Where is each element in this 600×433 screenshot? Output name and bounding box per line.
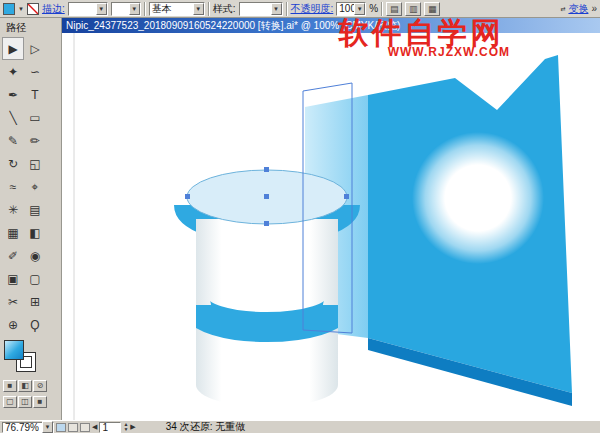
tool-lasso[interactable]: ∽	[24, 60, 46, 83]
tool-icon: ≈	[10, 180, 17, 194]
tool-live-paint-selection[interactable]: ▢	[24, 267, 46, 290]
brush-definition-combo[interactable]: 基本 ▼	[149, 2, 205, 16]
panel-grid-icon-1[interactable]: ▤	[386, 2, 402, 16]
tool-pen[interactable]: ✒	[2, 83, 24, 106]
dropdown-icon[interactable]: ▼	[129, 3, 140, 15]
fill-swatch[interactable]	[4, 340, 24, 360]
tool-hand[interactable]: ⊕	[2, 313, 24, 336]
page-prev-icon[interactable]: ◀	[92, 423, 97, 431]
fill-dropdown-icon[interactable]: ▼	[18, 6, 24, 12]
page-next-icon[interactable]: ▶	[130, 423, 135, 431]
anchor-point[interactable]	[264, 221, 269, 226]
history-status: 34 次还原: 无重做	[166, 420, 245, 433]
stroke-weight-combo[interactable]: ▼	[68, 2, 108, 16]
tool-icon: ⊞	[30, 295, 40, 309]
dropdown-icon[interactable]: ▼	[271, 3, 282, 15]
tool-icon: ∽	[30, 65, 40, 79]
status-chip-3[interactable]	[80, 423, 90, 432]
tool-icon: ↻	[8, 157, 18, 171]
tool-icon: ◧	[29, 226, 40, 240]
page-spinner[interactable]: ▲ ▼	[123, 422, 128, 432]
opacity-label-link[interactable]: 不透明度:	[291, 2, 334, 16]
gradient-mode-icon[interactable]: ◧	[18, 380, 32, 392]
style-label: 样式:	[213, 2, 236, 16]
status-chip-2[interactable]	[68, 423, 78, 432]
tool-zoom[interactable]: Ϙ	[24, 313, 46, 336]
canvas[interactable]	[62, 33, 600, 420]
tool-icon: ▭	[29, 111, 40, 125]
anchor-point[interactable]	[344, 194, 349, 199]
tool-icon: Ϙ	[30, 318, 39, 332]
dropdown-icon[interactable]: ▼	[193, 3, 204, 15]
variable-width-combo[interactable]: ▼	[111, 2, 141, 16]
screen-normal-icon[interactable]: ▢	[3, 396, 17, 408]
spinner-down-icon[interactable]: ▼	[123, 427, 128, 432]
tool-eyedropper[interactable]: ✐	[2, 244, 24, 267]
tool-free-transform[interactable]: ⌖	[24, 175, 46, 198]
anchor-point[interactable]	[264, 194, 269, 199]
tool-warp[interactable]: ≈	[2, 175, 24, 198]
bag-graphic[interactable]	[305, 55, 572, 406]
stroke-none-swatch[interactable]	[27, 3, 39, 15]
tool-pencil[interactable]: ✏	[24, 129, 46, 152]
anchor-point[interactable]	[264, 167, 269, 172]
tool-selection[interactable]: ▶	[2, 37, 24, 60]
tool-type[interactable]: T	[24, 83, 46, 106]
cup-graphic[interactable]	[187, 170, 347, 407]
stroke-label-link[interactable]: 描边:	[42, 2, 65, 16]
screen-mode-row: ▢ ◫ ■	[3, 396, 47, 408]
screen-split-icon[interactable]: ◫	[18, 396, 32, 408]
none-mode-icon[interactable]: ⊘	[33, 380, 47, 392]
panel-grid-icon-3[interactable]: ▦	[424, 2, 440, 16]
color-mode-icon[interactable]: ■	[3, 380, 17, 392]
overflow-chevron-icon[interactable]: »	[591, 3, 597, 14]
tool-icon: ⊕	[8, 318, 18, 332]
tool-rectangle[interactable]: ▭	[24, 106, 46, 129]
style-combo[interactable]: ▼	[239, 2, 283, 16]
tool-icon: ⌖	[32, 180, 39, 194]
tool-direct-selection[interactable]: ▷	[24, 37, 46, 60]
transform-link[interactable]: 变换	[568, 2, 588, 16]
tool-rotate[interactable]: ↻	[2, 152, 24, 175]
tool-live-paint-bucket[interactable]: ▣	[2, 267, 24, 290]
tool-icon: ✂	[8, 295, 18, 309]
tool-slice[interactable]: ⊞	[24, 290, 46, 313]
tool-icon: ▷	[30, 42, 39, 56]
dropdown-icon[interactable]: ▼	[42, 421, 53, 433]
tool-gradient[interactable]: ◧	[24, 221, 46, 244]
palette-title: 路径	[0, 18, 61, 37]
tool-magic-wand[interactable]: ✦	[2, 60, 24, 83]
tool-line-segment[interactable]: ╲	[2, 106, 24, 129]
zoom-combo[interactable]: 76.79% ▼	[2, 422, 54, 433]
tool-scissors[interactable]: ✂	[2, 290, 24, 313]
bag-highlight-circle[interactable]	[412, 132, 544, 264]
tool-icon: ◉	[30, 249, 40, 263]
tool-graph[interactable]: ▤	[24, 198, 46, 221]
panel-grid-icon-2[interactable]: ▥	[405, 2, 421, 16]
tool-icon: ▣	[7, 272, 18, 286]
anchor-point[interactable]	[185, 194, 190, 199]
page-field[interactable]: 1	[99, 422, 121, 433]
tool-icon: ✐	[8, 249, 18, 263]
artwork[interactable]	[62, 33, 600, 420]
separator	[144, 2, 146, 16]
tool-blend[interactable]: ◉	[24, 244, 46, 267]
tool-mesh[interactable]: ▦	[2, 221, 24, 244]
tool-icon: ▢	[29, 272, 40, 286]
document-titlebar[interactable]: Nipic_24377523_20180909160524220000 [转换]…	[62, 18, 600, 33]
dropdown-icon[interactable]: ▼	[354, 3, 365, 15]
screen-full-icon[interactable]: ■	[33, 396, 47, 408]
tool-scale[interactable]: ◱	[24, 152, 46, 175]
tool-symbol-sprayer[interactable]: ✳	[2, 198, 24, 221]
page-value: 1	[102, 422, 108, 433]
color-mode-row: ■ ◧ ⊘	[3, 380, 47, 392]
dropdown-icon[interactable]: ▼	[96, 3, 107, 15]
tool-paintbrush[interactable]: ✎	[2, 129, 24, 152]
tool-icon: ✳	[8, 203, 18, 217]
status-chip-1[interactable]	[56, 423, 66, 432]
fill-color-swatch[interactable]	[3, 3, 15, 15]
tool-icon: ◱	[29, 157, 40, 171]
transform-icon: ⇄	[560, 5, 565, 12]
tool-icon: ▶	[8, 42, 17, 56]
opacity-combo[interactable]: 100 ▼	[336, 2, 366, 16]
